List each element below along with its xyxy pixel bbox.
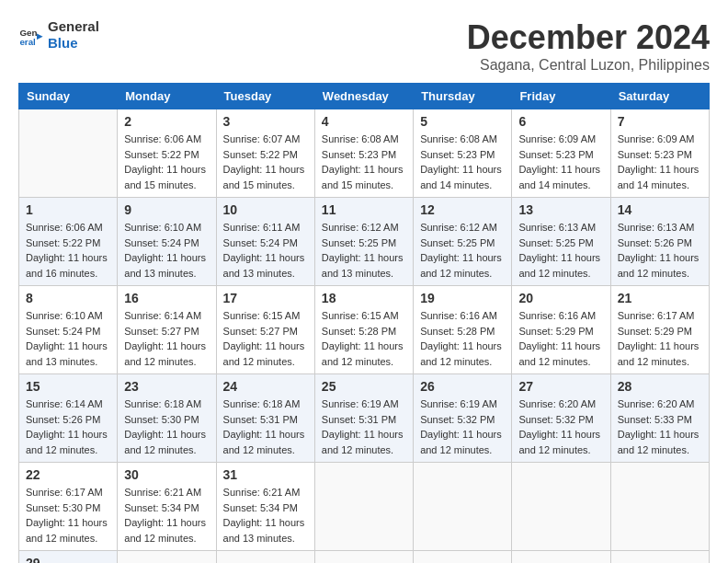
calendar-cell: 19Sunrise: 6:16 AMSunset: 5:28 PMDayligh… <box>414 286 512 374</box>
day-number: 26 <box>420 379 505 394</box>
calendar-cell: 17Sunrise: 6:15 AMSunset: 5:27 PMDayligh… <box>216 286 314 374</box>
day-number: 30 <box>124 467 209 482</box>
calendar-cell: 9Sunrise: 6:10 AMSunset: 5:24 PMDaylight… <box>118 198 216 286</box>
calendar-cell: 4Sunrise: 6:08 AMSunset: 5:23 PMDaylight… <box>314 109 413 198</box>
day-number: 12 <box>420 202 505 217</box>
logo-line2: Blue <box>48 35 99 52</box>
logo: Gen eral ▶ General Blue <box>18 18 99 52</box>
day-detail: Sunrise: 6:20 AMSunset: 5:32 PMDaylight:… <box>518 396 603 457</box>
calendar-cell: 11Sunrise: 6:12 AMSunset: 5:25 PMDayligh… <box>314 198 413 286</box>
day-detail: Sunrise: 6:15 AMSunset: 5:27 PMDaylight:… <box>223 308 308 369</box>
calendar-table: Sunday Monday Tuesday Wednesday Thursday… <box>18 83 710 563</box>
day-detail: Sunrise: 6:15 AMSunset: 5:28 PMDaylight:… <box>322 308 406 369</box>
calendar-cell: 20Sunrise: 6:16 AMSunset: 5:29 PMDayligh… <box>512 286 610 374</box>
day-detail: Sunrise: 6:09 AMSunset: 5:23 PMDaylight:… <box>518 132 603 192</box>
calendar-week-row: 8Sunrise: 6:10 AMSunset: 5:24 PMDaylight… <box>19 286 710 374</box>
calendar-cell <box>610 463 709 551</box>
calendar-cell <box>512 463 610 551</box>
day-detail: Sunrise: 6:19 AMSunset: 5:31 PMDaylight:… <box>322 396 406 457</box>
day-number: 25 <box>322 379 406 394</box>
calendar-week-row: 15Sunrise: 6:14 AMSunset: 5:26 PMDayligh… <box>19 374 710 463</box>
day-number: 24 <box>223 379 308 394</box>
day-number: 5 <box>420 114 505 129</box>
month-title: December 2024 <box>467 18 710 57</box>
day-number: 13 <box>518 202 603 217</box>
col-monday: Monday <box>118 84 216 109</box>
day-detail: Sunrise: 6:08 AMSunset: 5:23 PMDaylight:… <box>322 132 406 192</box>
day-number: 19 <box>420 291 505 305</box>
calendar-cell: 31Sunrise: 6:21 AMSunset: 5:34 PMDayligh… <box>216 463 314 551</box>
day-detail: Sunrise: 6:18 AMSunset: 5:30 PMDaylight:… <box>124 396 209 457</box>
calendar-week-row: 1Sunrise: 6:06 AMSunset: 5:22 PMDaylight… <box>19 198 710 286</box>
day-number: 31 <box>223 467 308 482</box>
col-wednesday: Wednesday <box>314 84 413 109</box>
col-tuesday: Tuesday <box>216 84 314 109</box>
svg-text:eral: eral <box>19 37 36 47</box>
calendar-cell: 14Sunrise: 6:13 AMSunset: 5:26 PMDayligh… <box>610 198 709 286</box>
col-thursday: Thursday <box>414 84 512 109</box>
day-detail: Sunrise: 6:14 AMSunset: 5:27 PMDaylight:… <box>124 308 209 369</box>
day-detail: Sunrise: 6:13 AMSunset: 5:25 PMDaylight:… <box>518 220 603 281</box>
logo-icon: Gen eral ▶ <box>18 22 44 48</box>
calendar-cell <box>414 551 512 564</box>
day-detail: Sunrise: 6:16 AMSunset: 5:28 PMDaylight:… <box>420 308 505 369</box>
svg-text:▶: ▶ <box>37 32 43 40</box>
calendar-cell: 30Sunrise: 6:21 AMSunset: 5:34 PMDayligh… <box>118 463 216 551</box>
calendar-cell <box>414 463 512 551</box>
location: Sagana, Central Luzon, Philippines <box>467 57 710 74</box>
day-detail: Sunrise: 6:12 AMSunset: 5:25 PMDaylight:… <box>322 220 406 281</box>
calendar-cell: 29Sunrise: 6:21 AMSunset: 5:33 PMDayligh… <box>19 551 118 564</box>
calendar-cell: 12Sunrise: 6:12 AMSunset: 5:25 PMDayligh… <box>414 198 512 286</box>
calendar-cell: 5Sunrise: 6:08 AMSunset: 5:23 PMDaylight… <box>414 109 512 198</box>
day-detail: Sunrise: 6:09 AMSunset: 5:23 PMDaylight:… <box>618 132 702 192</box>
day-number: 6 <box>518 114 603 129</box>
calendar-cell: 15Sunrise: 6:14 AMSunset: 5:26 PMDayligh… <box>19 374 118 463</box>
col-saturday: Saturday <box>610 84 709 109</box>
calendar-cell: 10Sunrise: 6:11 AMSunset: 5:24 PMDayligh… <box>216 198 314 286</box>
day-number: 10 <box>223 202 308 217</box>
calendar-cell <box>314 463 413 551</box>
day-detail: Sunrise: 6:18 AMSunset: 5:31 PMDaylight:… <box>223 396 308 457</box>
calendar-cell: 27Sunrise: 6:20 AMSunset: 5:32 PMDayligh… <box>512 374 610 463</box>
calendar-cell: 28Sunrise: 6:20 AMSunset: 5:33 PMDayligh… <box>610 374 709 463</box>
col-friday: Friday <box>512 84 610 109</box>
day-detail: Sunrise: 6:10 AMSunset: 5:24 PMDaylight:… <box>124 220 209 281</box>
day-number: 2 <box>124 114 209 129</box>
day-number: 28 <box>618 379 702 394</box>
day-number: 27 <box>518 379 603 394</box>
col-sunday: Sunday <box>19 84 118 109</box>
header-row: Sunday Monday Tuesday Wednesday Thursday… <box>19 84 710 109</box>
calendar-week-row: 2Sunrise: 6:06 AMSunset: 5:22 PMDaylight… <box>19 109 710 198</box>
day-number: 29 <box>26 556 110 563</box>
day-number: 18 <box>322 291 406 305</box>
calendar-cell: 2Sunrise: 6:06 AMSunset: 5:22 PMDaylight… <box>118 109 216 198</box>
calendar-cell: 16Sunrise: 6:14 AMSunset: 5:27 PMDayligh… <box>118 286 216 374</box>
calendar-cell: 18Sunrise: 6:15 AMSunset: 5:28 PMDayligh… <box>314 286 413 374</box>
day-number: 23 <box>124 379 209 394</box>
day-detail: Sunrise: 6:06 AMSunset: 5:22 PMDaylight:… <box>124 132 209 192</box>
day-number: 1 <box>26 202 110 217</box>
calendar-cell: 3Sunrise: 6:07 AMSunset: 5:22 PMDaylight… <box>216 109 314 198</box>
calendar-cell: 7Sunrise: 6:09 AMSunset: 5:23 PMDaylight… <box>610 109 709 198</box>
day-detail: Sunrise: 6:10 AMSunset: 5:24 PMDaylight:… <box>26 308 110 369</box>
day-detail: Sunrise: 6:08 AMSunset: 5:23 PMDaylight:… <box>420 132 505 192</box>
day-detail: Sunrise: 6:19 AMSunset: 5:32 PMDaylight:… <box>420 396 505 457</box>
calendar-cell <box>512 551 610 564</box>
day-number: 15 <box>26 379 110 394</box>
day-number: 21 <box>618 291 702 305</box>
calendar-cell: 24Sunrise: 6:18 AMSunset: 5:31 PMDayligh… <box>216 374 314 463</box>
calendar-cell <box>216 551 314 564</box>
calendar-cell: 26Sunrise: 6:19 AMSunset: 5:32 PMDayligh… <box>414 374 512 463</box>
day-number: 16 <box>124 291 209 305</box>
calendar-cell: 22Sunrise: 6:17 AMSunset: 5:30 PMDayligh… <box>19 463 118 551</box>
day-number: 20 <box>518 291 603 305</box>
calendar-cell: 23Sunrise: 6:18 AMSunset: 5:30 PMDayligh… <box>118 374 216 463</box>
calendar-cell <box>19 109 118 198</box>
day-detail: Sunrise: 6:21 AMSunset: 5:34 PMDaylight:… <box>223 485 308 546</box>
calendar-cell: 21Sunrise: 6:17 AMSunset: 5:29 PMDayligh… <box>610 286 709 374</box>
day-number: 8 <box>26 291 110 305</box>
day-detail: Sunrise: 6:06 AMSunset: 5:22 PMDaylight:… <box>26 220 110 281</box>
calendar-cell <box>314 551 413 564</box>
calendar-cell <box>610 551 709 564</box>
day-detail: Sunrise: 6:21 AMSunset: 5:34 PMDaylight:… <box>124 485 209 546</box>
